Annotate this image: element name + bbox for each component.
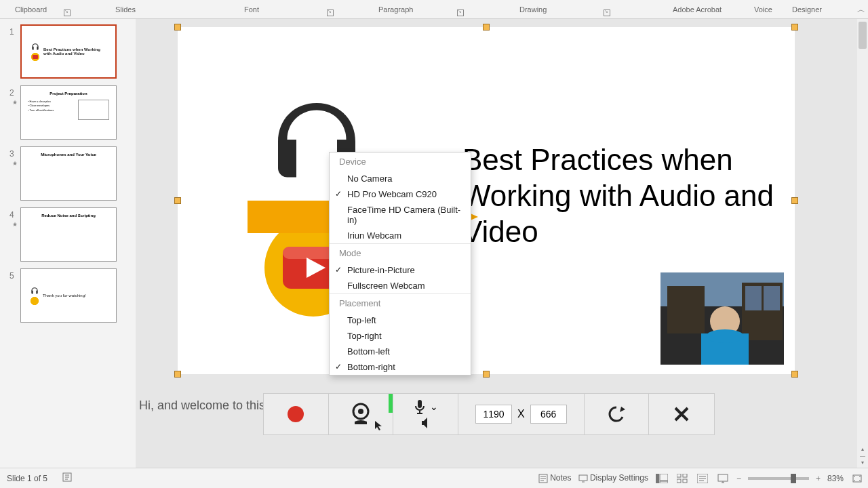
ribbon-group-drawing: Drawing: [519, 5, 547, 14]
slide-thumbnails-panel: 1 Best Practices when Working with Audio…: [0, 19, 136, 468]
normal-view-button[interactable]: [655, 472, 669, 485]
selection-handle-icon[interactable]: [174, 371, 181, 378]
selection-handle-icon[interactable]: [174, 197, 181, 204]
audio-level-indicator-icon: [389, 394, 393, 413]
recording-toolbar: ⌄ X: [263, 393, 715, 435]
svg-rect-22: [660, 481, 668, 483]
microphone-button[interactable]: ⌄: [393, 394, 458, 434]
close-icon: [673, 405, 690, 423]
notes-toggle[interactable]: Notes: [538, 473, 572, 483]
dialog-launcher-icon[interactable]: [457, 9, 464, 16]
dialog-launcher-icon[interactable]: [327, 9, 334, 16]
menu-item-placement-top-left[interactable]: Top-left: [330, 312, 471, 328]
selection-handle-icon[interactable]: [174, 24, 181, 30]
checkmark-icon: ✓: [335, 362, 342, 371]
collapse-ribbon-chevron-icon[interactable]: ︿: [857, 4, 865, 16]
checkmark-icon: ✓: [335, 189, 342, 199]
slide-sorter-view-button[interactable]: [675, 472, 689, 485]
zoom-percentage[interactable]: 83%: [827, 474, 844, 483]
menu-item-no-camera[interactable]: No Camera: [330, 171, 471, 186]
slide-counter[interactable]: Slide 1 of 5: [7, 474, 47, 483]
ribbon-group-slides: Slides: [115, 5, 136, 14]
menu-item-placement-bottom-right[interactable]: ✓Bottom-right: [330, 359, 471, 375]
menu-item-placement-bottom-left[interactable]: Bottom-left: [330, 344, 471, 359]
menu-item-facetime-camera[interactable]: FaceTime HD Camera (Built-in): [330, 202, 471, 228]
zoom-slider-thumb[interactable]: [791, 474, 796, 483]
svg-rect-25: [677, 479, 681, 483]
thumbnail-row[interactable]: 5 Thank you for watching!: [9, 268, 130, 323]
thumb-number: 2: [9, 85, 20, 98]
record-dot-icon: [288, 406, 304, 422]
close-button[interactable]: [649, 394, 714, 434]
selection-handle-icon[interactable]: [483, 371, 490, 378]
slide-title-text[interactable]: Best Practices when Working with Audio a…: [462, 142, 788, 249]
display-icon: [578, 474, 588, 483]
chevron-down-icon[interactable]: ⌄: [430, 401, 438, 412]
scrollbar-thumb[interactable]: [859, 22, 867, 49]
slide-thumbnail[interactable]: Reduce Noise and Scripting: [20, 207, 117, 262]
slide-thumbnail[interactable]: Microphones and Your Voice: [20, 146, 117, 201]
notes-text[interactable]: Hi, and welcome to this p: [139, 399, 275, 413]
menu-item-placement-top-right[interactable]: Top-right: [330, 328, 471, 344]
display-settings-toggle[interactable]: Display Settings: [578, 473, 648, 483]
animation-star-icon: ★: [12, 221, 18, 228]
speaker-icon: [420, 417, 431, 429]
svg-rect-19: [579, 475, 587, 481]
reset-button[interactable]: [585, 394, 650, 434]
reading-view-button[interactable]: [696, 472, 709, 485]
scroll-up-icon[interactable]: ▴: [857, 446, 868, 453]
dialog-launcher-icon[interactable]: [604, 9, 610, 16]
selection-handle-icon[interactable]: [791, 24, 798, 30]
menu-item-fullscreen-mode[interactable]: Fullscreen Webcam: [330, 278, 471, 293]
thumb-number: 1: [9, 24, 20, 37]
thumbnail-row[interactable]: 2 ★ Project Preparation • Have a clear p…: [9, 85, 130, 140]
ribbon-group-font: Font: [244, 5, 259, 14]
svg-rect-20: [656, 474, 659, 483]
svg-rect-26: [683, 479, 687, 483]
svg-rect-6: [667, 286, 705, 333]
cursor-arrow-icon: [374, 420, 384, 430]
ribbon-group-designer: Designer: [792, 5, 822, 14]
selection-handle-icon[interactable]: [483, 24, 490, 30]
zoom-slider[interactable]: [748, 477, 809, 480]
status-bar: Slide 1 of 5 Notes Display Settings − + …: [0, 468, 868, 488]
ribbon-group-clipboard: Clipboard: [15, 5, 47, 14]
notes-pane[interactable]: Hi, and welcome to this p: [136, 386, 868, 468]
svg-rect-9: [764, 286, 780, 310]
menu-item-hd-pro-webcam[interactable]: ✓HD Pro Webcam C920: [330, 186, 471, 202]
record-button[interactable]: [264, 394, 329, 434]
thumb-number: 5: [9, 268, 20, 281]
camera-toggle-button[interactable]: [329, 394, 394, 434]
width-input[interactable]: [475, 405, 512, 424]
notes-icon: [538, 474, 548, 483]
svg-rect-8: [745, 286, 762, 310]
thumbnail-row[interactable]: 3 ★ Microphones and Your Voice: [9, 146, 130, 201]
webcam-pip-preview[interactable]: [660, 272, 784, 365]
thumbnail-row[interactable]: 1 Best Practices when Working with Audio…: [9, 24, 130, 79]
height-input[interactable]: [530, 405, 567, 424]
animation-star-icon: ★: [12, 99, 18, 106]
slide-thumbnail[interactable]: Thank you for watching!: [20, 268, 117, 323]
menu-item-pip-mode[interactable]: ✓Picture-in-Picture: [330, 262, 471, 278]
ribbon-group-voice: Voice: [754, 5, 772, 14]
slide-thumbnail[interactable]: Project Preparation • Have a clear plan•…: [20, 85, 117, 140]
slideshow-view-button[interactable]: [716, 472, 730, 485]
fit-to-window-button[interactable]: [850, 472, 864, 485]
menu-item-iriun-webcam[interactable]: Iriun Webcam: [330, 228, 471, 243]
svg-rect-21: [660, 474, 668, 481]
selection-handle-icon[interactable]: [791, 197, 798, 204]
slide-thumbnail[interactable]: Best Practices when Working with Audio a…: [20, 24, 117, 79]
webcam-icon: [351, 403, 371, 426]
microphone-icon: [414, 399, 426, 414]
dimension-separator: X: [517, 408, 525, 420]
selection-handle-icon[interactable]: [791, 371, 798, 378]
scroll-down-icon[interactable]: ▾: [857, 460, 868, 466]
thumbnail-row[interactable]: 4 ★ Reduce Noise and Scripting: [9, 207, 130, 262]
svg-point-12: [706, 329, 744, 343]
svg-rect-15: [418, 400, 422, 408]
dimensions-control: X: [458, 394, 584, 434]
dialog-launcher-icon[interactable]: [64, 9, 71, 16]
checkmark-icon: ✓: [335, 265, 342, 274]
accessibility-icon[interactable]: [62, 472, 72, 484]
vertical-scrollbar[interactable]: ▴ — ▾: [857, 19, 868, 468]
